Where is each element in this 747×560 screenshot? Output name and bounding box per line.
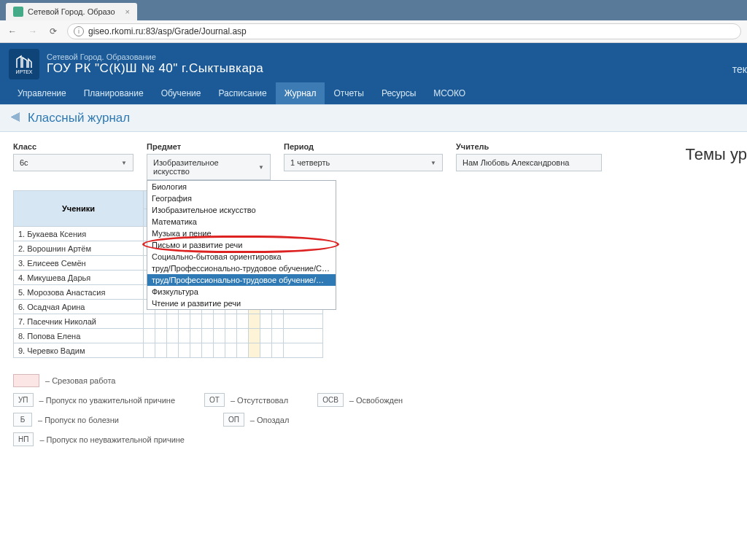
subject-option[interactable]: Социально-бытовая ориентировка (147, 251, 336, 262)
grade-cell[interactable] (179, 329, 190, 343)
subject-label: Предмет (147, 142, 271, 151)
grade-cell[interactable] (155, 314, 167, 329)
back-icon[interactable]: ← (6, 25, 19, 38)
subject-option[interactable]: Чтение и развитие речи (147, 298, 336, 309)
final-grade-cell[interactable] (284, 314, 323, 329)
subject-option[interactable]: труд/Профессионально-трудовое обучение/С… (147, 262, 336, 274)
grade-cell[interactable] (260, 343, 272, 358)
subject-option[interactable]: Письмо и развитие речи (147, 239, 336, 251)
tab-bar: Сетевой Город. Образо × (0, 0, 747, 20)
back-arrow-icon[interactable]: ⯇ (10, 112, 22, 125)
info-icon[interactable]: i (74, 26, 84, 36)
grade-cell[interactable] (225, 343, 237, 358)
grade-cell[interactable] (249, 343, 260, 358)
subject-select[interactable]: Изобразительное искусство▼ (147, 154, 271, 180)
url-text: giseo.rkomi.ru:83/asp/Grade/Journal.asp (88, 26, 247, 36)
grade-cell[interactable] (272, 343, 284, 358)
subject-dropdown: БиологияГеографияИзобразительное искусст… (147, 180, 336, 310)
subject-option[interactable]: Математика (147, 216, 336, 228)
legend-code: ОСВ (317, 393, 344, 407)
table-row: 7. Пасечник Николай (14, 314, 323, 329)
legend: – Срезовая работа УП– Пропуск по уважите… (13, 374, 734, 446)
student-name: 9. Черевко Вадим (14, 343, 144, 358)
student-name: 5. Морозова Анастасия (14, 285, 144, 300)
grade-cell[interactable] (272, 329, 284, 343)
grade-cell[interactable] (179, 343, 190, 358)
subject-option[interactable]: Музыка и пение (147, 228, 336, 239)
subject-option[interactable]: Биология (147, 181, 336, 192)
grade-cell[interactable] (202, 314, 214, 329)
student-name: 3. Елисеев Семён (14, 256, 144, 271)
nav-item-5[interactable]: Отчеты (325, 82, 372, 104)
nav-item-7[interactable]: МСОКО (425, 82, 474, 104)
grade-cell[interactable] (249, 329, 260, 343)
header-right-text: тек (732, 63, 747, 75)
grade-cell[interactable] (144, 329, 155, 343)
grade-cell[interactable] (202, 329, 214, 343)
subject-option[interactable]: География (147, 192, 336, 204)
grade-cell[interactable] (190, 329, 202, 343)
browser-tab[interactable]: Сетевой Город. Образо × (6, 3, 137, 20)
grade-cell[interactable] (155, 329, 167, 343)
favicon-icon (13, 7, 23, 17)
grade-cell[interactable] (225, 329, 237, 343)
table-row: 8. Попова Елена (14, 329, 323, 343)
caret-icon: ▼ (430, 160, 436, 166)
student-name: 4. Микушева Дарья (14, 271, 144, 285)
grade-cell[interactable] (190, 343, 202, 358)
grade-cell[interactable] (167, 343, 179, 358)
period-label: Период (284, 142, 443, 151)
grade-cell[interactable] (144, 343, 155, 358)
grade-cell[interactable] (214, 329, 225, 343)
subject-option[interactable]: Физкультура (147, 286, 336, 298)
final-grade-cell[interactable] (284, 343, 323, 358)
grade-cell[interactable] (272, 314, 284, 329)
teacher-field: Нам Любовь Александровна (456, 154, 602, 171)
table-row: 9. Черевко Вадим (14, 343, 323, 358)
legend-code: УП (13, 393, 34, 407)
page-subheader: ⯇ Классный журнал (0, 104, 747, 132)
nav-item-3[interactable]: Расписание (210, 82, 276, 104)
grade-cell[interactable] (144, 314, 155, 329)
filter-row: Класс 6с▼ Предмет Изобразительное искусс… (13, 142, 734, 180)
legend-code: Б (13, 413, 32, 427)
caret-icon: ▼ (258, 164, 264, 171)
reload-icon[interactable]: ⟳ (47, 25, 60, 38)
grade-cell[interactable] (225, 314, 237, 329)
grade-cell[interactable] (190, 314, 202, 329)
grade-cell[interactable] (237, 314, 249, 329)
subject-option[interactable]: Изобразительное искусство (147, 204, 336, 216)
nav-item-1[interactable]: Планирование (75, 82, 152, 104)
grade-cell[interactable] (214, 314, 225, 329)
address-bar[interactable]: i giseo.rkomi.ru:83/asp/Grade/Journal.as… (67, 23, 741, 39)
grade-cell[interactable] (260, 329, 272, 343)
grade-cell[interactable] (260, 314, 272, 329)
grade-cell[interactable] (167, 329, 179, 343)
forward-icon[interactable]: → (26, 25, 39, 38)
grade-cell[interactable] (167, 314, 179, 329)
nav-item-4[interactable]: Журнал (276, 82, 325, 104)
grade-cell[interactable] (237, 329, 249, 343)
grade-cell[interactable] (155, 343, 167, 358)
address-row: ← → ⟳ i giseo.rkomi.ru:83/asp/Grade/Jour… (0, 20, 747, 42)
nav-item-2[interactable]: Обучение (152, 82, 210, 104)
grade-cell[interactable] (179, 314, 190, 329)
nav-item-0[interactable]: Управление (9, 82, 75, 104)
student-name: 8. Попова Елена (14, 329, 144, 343)
teacher-label: Учитель (456, 142, 602, 151)
final-grade-cell[interactable] (284, 329, 323, 343)
grade-cell[interactable] (202, 343, 214, 358)
student-name: 1. Букаева Ксения (14, 227, 144, 241)
grade-cell[interactable] (214, 343, 225, 358)
content-area: Темы ур Класс 6с▼ Предмет Изобразительно… (0, 132, 747, 456)
nav-item-6[interactable]: Ресурсы (373, 82, 425, 104)
right-heading: Темы ур (686, 145, 747, 164)
period-select[interactable]: 1 четверть▼ (284, 154, 443, 171)
close-icon[interactable]: × (125, 7, 130, 16)
subject-option[interactable]: труд/Профессионально-трудовое обучение/Ш… (147, 274, 336, 286)
class-select[interactable]: 6с▼ (13, 154, 133, 171)
grade-cell[interactable] (249, 314, 260, 329)
legend-swatch-text: – Срезовая работа (45, 376, 115, 385)
legend-code: ОТ (204, 393, 225, 407)
grade-cell[interactable] (237, 343, 249, 358)
